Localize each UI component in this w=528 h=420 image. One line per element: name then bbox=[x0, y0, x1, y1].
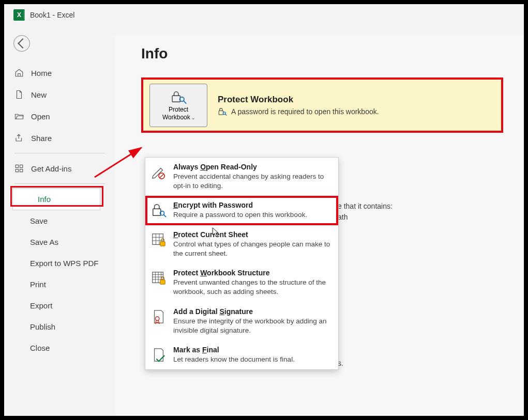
svg-rect-2 bbox=[16, 169, 18, 172]
sidebar-item-label: Get Add-ins bbox=[31, 164, 71, 173]
sidebar-item-publish[interactable]: Publish bbox=[4, 316, 115, 337]
window-title: Book1 - Excel bbox=[30, 11, 74, 19]
sidebar-item-label: Save As bbox=[30, 238, 58, 246]
sidebar-item-label: Save bbox=[30, 216, 48, 225]
svg-line-30 bbox=[95, 148, 141, 177]
annotation-arrow bbox=[89, 144, 152, 185]
svg-rect-28 bbox=[160, 280, 165, 284]
dd-item-mark-final[interactable]: Mark as Final Let readers know the docum… bbox=[145, 340, 338, 369]
backstage-sidebar: Home New Open Share bbox=[4, 35, 115, 359]
svg-line-14 bbox=[163, 215, 166, 217]
svg-rect-1 bbox=[20, 165, 23, 167]
excel-logo-icon: X bbox=[13, 9, 25, 21]
dd-item-protect-sheet[interactable]: Protect Current Sheet Control what types… bbox=[145, 225, 338, 263]
sidebar-item-export-wps[interactable]: Export to WPS PDF bbox=[4, 253, 115, 274]
dd-desc: Ensure the integrity of the workbook by … bbox=[173, 317, 331, 335]
inspect-workbook-line-fragment: e that it contains: bbox=[338, 202, 393, 210]
protect-workbook-dropdown: Always Open Read-Only Prevent accidental… bbox=[145, 157, 339, 370]
sidebar-item-label: Share bbox=[31, 134, 52, 143]
sidebar-item-save[interactable]: Save bbox=[4, 210, 115, 231]
sidebar-item-open[interactable]: Open bbox=[4, 105, 115, 127]
titlebar: X Book1 - Excel bbox=[4, 4, 524, 26]
back-button[interactable] bbox=[13, 35, 30, 52]
open-folder-icon bbox=[14, 112, 24, 121]
chevron-down-icon: ⌵ bbox=[192, 115, 194, 120]
svg-line-11 bbox=[160, 174, 164, 178]
svg-rect-4 bbox=[172, 96, 180, 102]
sidebar-item-print[interactable]: Print bbox=[4, 274, 115, 295]
dd-title: Always Open Read-Only bbox=[173, 163, 331, 171]
protect-workbook-button-label: Protect Workbook ⌵ bbox=[162, 106, 194, 121]
dd-item-digital-signature[interactable]: Add a Digital Signature Ensure the integ… bbox=[145, 302, 338, 340]
sidebar-item-label: Print bbox=[30, 280, 46, 289]
sidebar-item-label: Open bbox=[31, 112, 50, 121]
mouse-cursor-icon bbox=[212, 227, 220, 238]
sidebar-item-label: Close bbox=[30, 344, 50, 352]
dd-title: Encrypt with Password bbox=[173, 201, 331, 209]
sheet-lock-icon bbox=[150, 231, 167, 248]
sidebar-item-label: Publish bbox=[30, 322, 55, 331]
share-icon bbox=[14, 133, 24, 143]
protect-workbook-message: A password is required to open this work… bbox=[231, 107, 379, 116]
svg-line-9 bbox=[225, 114, 227, 115]
dd-desc: Let readers know the document is final. bbox=[173, 355, 331, 364]
dd-desc: Prevent unwanted changes to the structur… bbox=[173, 278, 331, 297]
sidebar-item-label: New bbox=[31, 90, 47, 99]
lock-key-icon bbox=[150, 202, 167, 219]
dd-desc: Require a password to open this workbook… bbox=[173, 210, 331, 220]
sidebar-item-label: Export to WPS PDF bbox=[30, 259, 99, 268]
svg-rect-20 bbox=[160, 241, 165, 245]
lock-key-small-icon bbox=[218, 107, 227, 116]
addins-icon bbox=[14, 164, 24, 173]
svg-rect-3 bbox=[20, 169, 23, 172]
protect-workbook-heading: Protect Workbook bbox=[218, 95, 379, 105]
ribbon-doc-icon bbox=[150, 308, 167, 325]
sidebar-item-export[interactable]: Export bbox=[4, 295, 115, 316]
inspect-workbook-line-fragment: ath bbox=[338, 213, 348, 221]
svg-point-29 bbox=[155, 317, 159, 321]
svg-rect-12 bbox=[153, 209, 161, 216]
workbook-lock-icon bbox=[150, 270, 167, 286]
svg-rect-7 bbox=[219, 111, 223, 115]
sidebar-item-label: Export bbox=[30, 301, 52, 310]
dd-title: Protect Workbook Structure bbox=[173, 269, 331, 277]
doc-check-icon bbox=[150, 347, 167, 363]
home-icon bbox=[14, 68, 24, 77]
svg-line-6 bbox=[183, 101, 186, 104]
back-arrow-icon bbox=[18, 38, 28, 49]
sidebar-item-label: Home bbox=[31, 69, 52, 77]
svg-rect-0 bbox=[16, 165, 18, 167]
new-file-icon bbox=[14, 90, 24, 99]
dd-desc: Prevent accidental changes by asking rea… bbox=[173, 172, 331, 191]
annotation-highlight-info bbox=[10, 186, 103, 207]
lock-key-icon bbox=[170, 89, 187, 104]
dd-title: Protect Current Sheet bbox=[173, 230, 331, 239]
dd-item-encrypt-password[interactable]: Encrypt with Password Require a password… bbox=[145, 196, 338, 225]
page-title: Info bbox=[141, 45, 524, 62]
dd-title: Mark as Final bbox=[173, 346, 331, 354]
dd-title: Add a Digital Signature bbox=[173, 307, 331, 316]
dd-item-protect-structure[interactable]: Protect Workbook Structure Prevent unwan… bbox=[145, 263, 338, 302]
dd-desc: Control what types of changes people can… bbox=[173, 240, 331, 258]
protect-workbook-button[interactable]: Protect Workbook ⌵ bbox=[149, 84, 207, 127]
dd-item-read-only[interactable]: Always Open Read-Only Prevent accidental… bbox=[145, 158, 338, 196]
sidebar-item-saveas[interactable]: Save As bbox=[4, 231, 115, 253]
sidebar-item-home[interactable]: Home bbox=[4, 62, 115, 84]
protect-workbook-section: Protect Workbook ⌵ Protect Workbook bbox=[141, 77, 503, 133]
pencil-no-icon bbox=[150, 164, 167, 180]
sidebar-item-new[interactable]: New bbox=[4, 84, 115, 105]
sidebar-item-close[interactable]: Close bbox=[4, 337, 115, 359]
